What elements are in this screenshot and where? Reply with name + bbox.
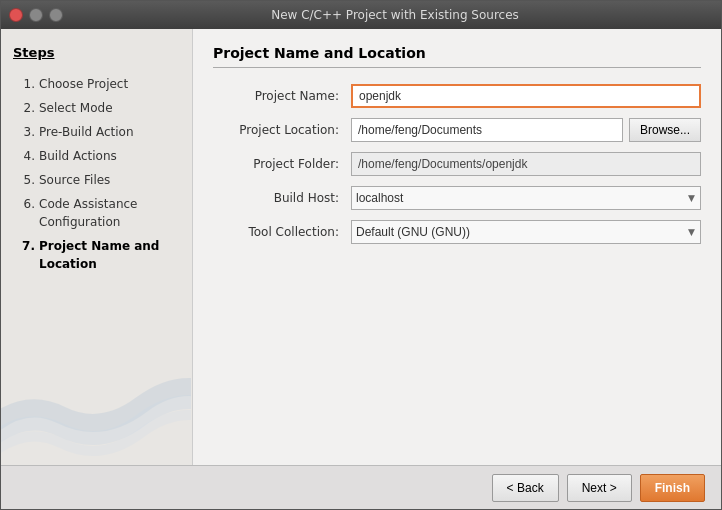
step-6: 6. Code AssistanceConfiguration — [13, 192, 180, 234]
window-title: New C/C++ Project with Existing Sources — [77, 8, 713, 22]
main-content: Steps 1. Choose Project 2. Select Mode 3… — [1, 29, 721, 465]
step-2-num: 2. — [17, 99, 35, 117]
project-folder-input — [351, 152, 701, 176]
step-4-label: Build Actions — [39, 147, 117, 165]
steps-list: 1. Choose Project 2. Select Mode 3. Pre-… — [13, 72, 180, 276]
step-4: 4. Build Actions — [13, 144, 180, 168]
step-2: 2. Select Mode — [13, 96, 180, 120]
sidebar-decoration — [1, 335, 191, 465]
project-folder-label: Project Folder: — [213, 157, 343, 171]
build-host-select[interactable]: localhost — [351, 186, 701, 210]
sidebar: Steps 1. Choose Project 2. Select Mode 3… — [1, 29, 193, 465]
step-3-label: Pre-Build Action — [39, 123, 134, 141]
main-panel: Project Name and Location Project Name: … — [193, 29, 721, 465]
window: New C/C++ Project with Existing Sources … — [0, 0, 722, 510]
step-6-num: 6. — [17, 195, 35, 231]
step-1-num: 1. — [17, 75, 35, 93]
project-name-label: Project Name: — [213, 89, 343, 103]
build-host-label: Build Host: — [213, 191, 343, 205]
project-name-input[interactable] — [351, 84, 701, 108]
step-1-label: Choose Project — [39, 75, 128, 93]
finish-button[interactable]: Finish — [640, 474, 705, 502]
step-3: 3. Pre-Build Action — [13, 120, 180, 144]
step-7-num: 7. — [17, 237, 35, 273]
step-5-label: Source Files — [39, 171, 110, 189]
section-title: Project Name and Location — [213, 45, 701, 68]
project-location-label: Project Location: — [213, 123, 343, 137]
back-button[interactable]: < Back — [492, 474, 559, 502]
step-2-label: Select Mode — [39, 99, 113, 117]
step-5: 5. Source Files — [13, 168, 180, 192]
browse-button[interactable]: Browse... — [629, 118, 701, 142]
tool-collection-select-wrapper: Default (GNU (GNU)) — [351, 220, 701, 244]
form-grid: Project Name: Project Location: Browse..… — [213, 84, 701, 244]
next-button[interactable]: Next > — [567, 474, 632, 502]
tool-collection-label: Tool Collection: — [213, 225, 343, 239]
close-button[interactable] — [9, 8, 23, 22]
project-location-input[interactable] — [351, 118, 623, 142]
tool-collection-select[interactable]: Default (GNU (GNU)) — [351, 220, 701, 244]
titlebar: New C/C++ Project with Existing Sources — [1, 1, 721, 29]
step-5-num: 5. — [17, 171, 35, 189]
build-host-select-wrapper: localhost — [351, 186, 701, 210]
project-location-row: Browse... — [351, 118, 701, 142]
step-1: 1. Choose Project — [13, 72, 180, 96]
minimize-button[interactable] — [29, 8, 43, 22]
step-6-label: Code AssistanceConfiguration — [39, 195, 137, 231]
sidebar-title: Steps — [13, 45, 180, 60]
step-4-num: 4. — [17, 147, 35, 165]
step-7: 7. Project Name andLocation — [13, 234, 180, 276]
step-7-label: Project Name andLocation — [39, 237, 159, 273]
maximize-button[interactable] — [49, 8, 63, 22]
step-3-num: 3. — [17, 123, 35, 141]
footer: < Back Next > Finish — [1, 465, 721, 509]
